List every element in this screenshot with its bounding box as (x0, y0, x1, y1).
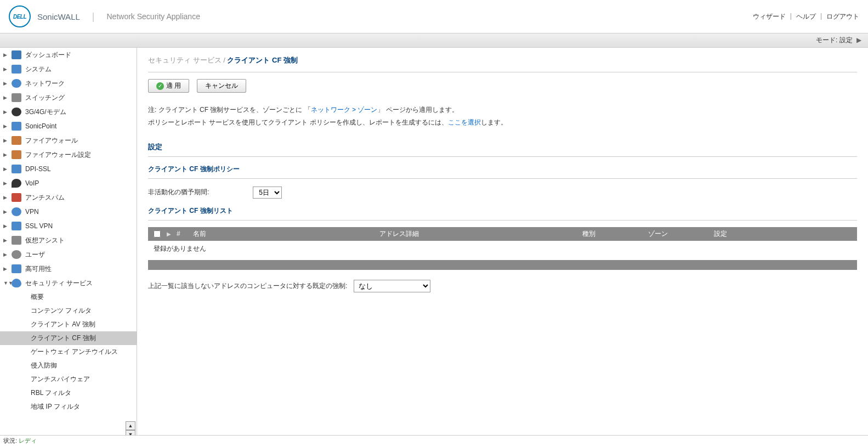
nav-label: アンチスパム (25, 193, 65, 202)
subnav-summary[interactable]: 概要 (0, 290, 137, 304)
nav-switching[interactable]: ▶スイッチング (0, 91, 137, 105)
grace-select[interactable]: 5日 (253, 187, 282, 199)
nav-virtual-assist[interactable]: ▶仮想アシスト (0, 233, 137, 247)
nav-label: 仮想アシスト (25, 236, 65, 245)
nav-system[interactable]: ▶システム (0, 62, 137, 76)
note-prefix: 注: (148, 106, 156, 114)
table-header: ▶ # 名前 アドレス詳細 種別 ゾーン 設定 (148, 227, 857, 241)
nav-label: セキュリティ サービス (25, 279, 93, 288)
note-text: 」 ページから適用します。 (377, 106, 458, 114)
scroll-up-button[interactable]: ▲ (126, 421, 135, 430)
main-layout: ▶ダッシュボード ▶システム ▶ネットワーク ▶スイッチング ▶3G/4G/モデ… (0, 48, 868, 439)
subnav-intrusion[interactable]: 侵入防御 (0, 359, 137, 372)
cancel-button[interactable]: キャンセル (197, 79, 246, 93)
network-zone-link[interactable]: ネットワーク > ゾーン (311, 106, 378, 114)
nav-voip[interactable]: ▶VoIP (0, 176, 137, 190)
col-name: 名前 (193, 229, 379, 239)
nav-sonicpoint[interactable]: ▶SonicPoint (0, 119, 137, 133)
virtual-assist-icon (11, 235, 22, 245)
nav-label: SSL VPN (25, 222, 53, 230)
col-config: 設定 (714, 229, 852, 239)
nav-dashboard[interactable]: ▶ダッシュボード (0, 48, 137, 62)
subnav-rbl-filter[interactable]: RBL フィルタ (0, 386, 137, 400)
nav-firewall-settings[interactable]: ▶ファイアウォール設定 (0, 148, 137, 162)
apply-button[interactable]: ✓ 適 用 (148, 79, 189, 93)
nav-firewall[interactable]: ▶ファイアウォール (0, 133, 137, 148)
nav-label: VPN (25, 208, 39, 216)
wizard-link[interactable]: ウィザード (753, 12, 786, 21)
list-title: クライアント CF 強制リスト (148, 206, 857, 216)
note-block: 注: クライアント CF 強制サービスを、ゾーンごとに 「ネットワーク > ゾー… (148, 104, 857, 129)
col-zone: ゾーン (648, 229, 714, 239)
firewall-settings-icon (11, 150, 22, 160)
divider (148, 156, 857, 157)
subnav-gateway-av[interactable]: ゲートウェイ アンチウイルス (0, 345, 137, 359)
nav-users[interactable]: ▶ユーザ (0, 247, 137, 262)
sonicpoint-icon (11, 121, 22, 131)
appliance-subtitle: Network Security Appliance (107, 12, 200, 21)
nav-ssl-vpn[interactable]: ▶SSL VPN (0, 219, 137, 233)
mode-label: モード: (816, 36, 837, 44)
nav-modem[interactable]: ▶3G/4G/モデム (0, 105, 137, 119)
nav-label: ファイアウォール設定 (25, 150, 91, 160)
table-footer (148, 260, 857, 270)
default-enforce-select[interactable]: なし (354, 280, 430, 292)
subnav-antispyware[interactable]: アンチスパイウェア (0, 372, 137, 386)
ha-icon (11, 264, 22, 274)
nav-ha[interactable]: ▶高可用性 (0, 262, 137, 276)
firewall-icon (11, 136, 22, 145)
antispam-icon (11, 193, 22, 202)
users-icon (11, 250, 22, 259)
logout-link[interactable]: ログアウト (826, 12, 859, 21)
mode-bar: モード: 設定 ▶ (0, 33, 868, 48)
dpi-ssl-icon (11, 164, 22, 174)
nav-label: DPI-SSL (25, 165, 51, 173)
header-sep: | (790, 12, 792, 21)
nav-dpi-ssl[interactable]: ▶DPI-SSL (0, 162, 137, 176)
note-text: します。 (481, 118, 507, 126)
table-empty-message: 登録がありません (148, 241, 857, 257)
status-value: レディ (19, 437, 37, 439)
breadcrumb: セキュリティ サービス / クライアント CF 強制 (148, 55, 857, 65)
subnav-client-cf[interactable]: クライアント CF 強制 (0, 331, 137, 345)
nav-network[interactable]: ▶ネットワーク (0, 76, 137, 91)
breadcrumb-parent: セキュリティ サービス / (148, 56, 225, 64)
subnav-content-filter[interactable]: コンテンツ フィルタ (0, 304, 137, 318)
expand-icon[interactable]: ▶ (167, 231, 177, 237)
divider (148, 178, 857, 179)
nav-label: ファイアウォール (25, 136, 78, 145)
nav-label: システム (25, 65, 52, 74)
grace-period-row: 非活動化の猶予期間: 5日 (148, 187, 857, 199)
nav-vpn[interactable]: ▶VPN (0, 205, 137, 219)
modem-icon (11, 107, 22, 117)
nav-label: ユーザ (25, 250, 45, 259)
breadcrumb-current: クライアント CF 強制 (227, 56, 298, 64)
subnav-geo-ip[interactable]: 地域 IP フィルタ (0, 400, 137, 414)
nav-label: 3G/4G/モデム (25, 108, 66, 117)
col-addr: アドレス詳細 (379, 229, 582, 239)
check-icon: ✓ (156, 82, 164, 90)
system-icon (11, 64, 22, 74)
nav-label: SonicPoint (25, 122, 56, 130)
nav-label: 高可用性 (25, 264, 52, 274)
default-enforce-label: 上記一覧に該当しないアドレスのコンピュータに対する既定の強制: (148, 281, 347, 291)
select-here-link[interactable]: ここを選択 (448, 118, 481, 126)
network-icon (11, 78, 22, 88)
brand-name: SonicWALL (37, 12, 80, 21)
mode-value[interactable]: 設定 (839, 36, 853, 44)
divider (148, 220, 857, 221)
nav-label: VoIP (25, 179, 39, 187)
ssl-vpn-icon (11, 221, 22, 231)
default-enforce-row: 上記一覧に該当しないアドレスのコンピュータに対する既定の強制: なし (148, 280, 857, 292)
grace-label: 非活動化の猶予期間: (148, 188, 209, 197)
settings-title: 設定 (148, 142, 857, 152)
help-link[interactable]: ヘルプ (796, 12, 816, 21)
chevron-right-icon[interactable]: ▶ (856, 36, 861, 44)
nav-label: ダッシュボード (25, 50, 71, 60)
nav-security-services[interactable]: ▼セキュリティ サービス (0, 276, 137, 290)
nav-label: スイッチング (25, 93, 65, 103)
status-bar: 状況: レディ (0, 435, 868, 439)
select-all-checkbox[interactable] (154, 230, 161, 238)
nav-antispam[interactable]: ▶アンチスパム (0, 190, 137, 205)
subnav-client-av[interactable]: クライアント AV 強制 (0, 318, 137, 331)
